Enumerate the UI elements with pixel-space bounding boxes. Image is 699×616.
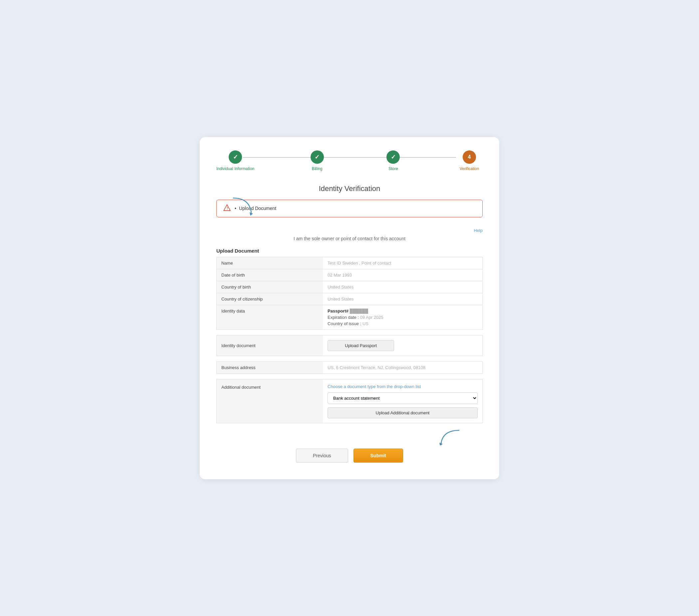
checkmark-icon-store <box>391 153 396 161</box>
document-type-select[interactable]: Bank account statement Utility bill Cred… <box>328 392 478 404</box>
bottom-arrow <box>436 429 463 445</box>
table-row-country-birth: Country of birth United States <box>217 281 483 293</box>
step-number-verification: 4 <box>468 154 471 160</box>
value-identity-data: Passport# ██████ Expiration date : 09 Ap… <box>323 305 482 330</box>
step-circle-individual <box>229 150 242 164</box>
main-card: Individual Information Billing Store 4 V… <box>200 137 499 479</box>
value-dob: 02 Mar 1993 <box>323 269 482 281</box>
value-name: Test ID Sweden , Point of contact <box>323 257 482 269</box>
country-issue-label: Country of issue : <box>328 321 361 326</box>
upload-additional-button[interactable]: Upload Additional document <box>328 407 478 418</box>
value-citizenship: United States <box>323 293 482 305</box>
step-circle-store <box>386 150 400 164</box>
info-table: Name Test ID Sweden , Point of contact D… <box>216 257 483 330</box>
passport-number: ██████ <box>348 308 368 313</box>
step-billing: Billing <box>304 150 331 171</box>
checkmark-icon-billing <box>315 153 319 161</box>
step-label-billing: Billing <box>312 166 322 171</box>
doc-row-identity: Identity document Upload Passport <box>217 335 483 356</box>
stepper-line <box>243 157 456 158</box>
btn-row: Previous Submit <box>216 448 483 463</box>
subtitle: I am the sole owner or point of contact … <box>216 236 483 241</box>
upload-passport-button[interactable]: Upload Passport <box>328 340 394 351</box>
step-circle-verification: 4 <box>463 150 476 164</box>
previous-button[interactable]: Previous <box>296 448 348 463</box>
help-link[interactable]: Help <box>474 228 483 233</box>
help-row: Help <box>216 227 483 233</box>
value-country-birth: United States <box>323 281 482 293</box>
additional-doc-table: Additional document Choose a document ty… <box>216 379 483 423</box>
table-row-name: Name Test ID Sweden , Point of contact <box>217 257 483 269</box>
table-row-identity-data: Identity data Passport# ██████ Expiratio… <box>217 305 483 330</box>
step-label-verification: Verification <box>460 166 479 171</box>
passport-label: Passport# <box>328 308 348 313</box>
table-row-citizenship: Country of citizenship United States <box>217 293 483 305</box>
step-label-store: Store <box>388 166 398 171</box>
identity-doc-label: Identity document <box>217 335 323 356</box>
step-label-individual: Individual Information <box>216 166 254 171</box>
doc-row-additional: Additional document Choose a document ty… <box>217 379 483 423</box>
label-name: Name <box>217 257 323 269</box>
step-verification: 4 Verification <box>456 150 483 171</box>
table-row-dob: Date of birth 02 Mar 1993 <box>217 269 483 281</box>
country-issue-value: US <box>362 321 368 326</box>
label-business-address: Business address <box>217 361 323 373</box>
additional-doc-inner: Choose a document type from the drop-dow… <box>328 384 478 418</box>
label-dob: Date of birth <box>217 269 323 281</box>
label-identity-data: Identity data <box>217 305 323 330</box>
arrow-annotation <box>230 196 256 216</box>
checkmark-icon <box>233 153 238 161</box>
label-country-birth: Country of birth <box>217 281 323 293</box>
expiration-value: 09 Apr 2025 <box>360 315 383 320</box>
bottom-arrow-container <box>216 429 483 442</box>
additional-hint: Choose a document type from the drop-dow… <box>328 384 478 389</box>
alert-box: ! •Upload Document <box>216 200 483 217</box>
identity-doc-upload-cell: Upload Passport <box>323 335 482 356</box>
step-individual: Individual Information <box>216 150 254 171</box>
label-citizenship: Country of citizenship <box>217 293 323 305</box>
arrow-alert-container: ! •Upload Document <box>216 200 483 217</box>
step-circle-billing <box>311 150 324 164</box>
expiration-label: Expiration date : <box>328 315 359 320</box>
business-address-table: Business address US, 6 Crestmont Terrace… <box>216 361 483 374</box>
table-row-business-address: Business address US, 6 Crestmont Terrace… <box>217 361 483 373</box>
step-store: Store <box>380 150 406 171</box>
value-business-address: US, 6 Crestmont Terrace, NJ, Collingswoo… <box>323 361 482 373</box>
additional-doc-label: Additional document <box>217 379 323 423</box>
submit-button[interactable]: Submit <box>354 448 403 463</box>
stepper: Individual Information Billing Store 4 V… <box>216 150 483 171</box>
section-title-upload: Upload Document <box>216 248 483 254</box>
additional-doc-content: Choose a document type from the drop-dow… <box>323 379 482 423</box>
svg-text:!: ! <box>227 207 228 210</box>
page-title: Identity Verification <box>216 184 483 193</box>
identity-doc-table: Identity document Upload Passport <box>216 335 483 356</box>
